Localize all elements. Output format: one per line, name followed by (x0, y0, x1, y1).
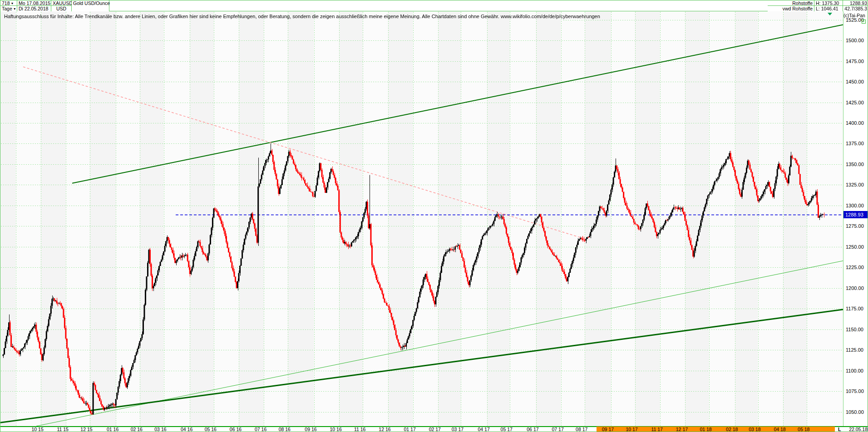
y-axis-label: 1250.00 (846, 244, 868, 250)
y-axis-label: 1175.00 (846, 306, 868, 311)
date-to-label[interactable]: Di 22.05.2018 (17, 6, 51, 11)
y-axis-label: 1150.00 (846, 327, 868, 332)
x-axis-label: 04 17 (474, 427, 490, 432)
period-low-label: L: 1046.41 (814, 6, 843, 11)
x-axis-label: 02 17 (425, 427, 441, 432)
x-axis-label: 04 18 (770, 427, 786, 432)
y-axis-label: 1475.00 (846, 59, 868, 64)
price-chart-canvas[interactable] (0, 0, 868, 432)
stats-label: 42.7/385.3 (843, 6, 868, 11)
x-axis-label: 06 16 (226, 427, 242, 432)
x-axis-label: 11 16 (350, 427, 365, 432)
instrument-title: Gold USD/Ounce (72, 0, 109, 6)
x-axis-label: 02 18 (722, 427, 738, 432)
x-axis-label: 05 16 (201, 427, 217, 432)
x-axis-label: 11 15 (53, 427, 69, 432)
header-bar (0, 0, 868, 11)
symbol-cell: XAUUSD USD (51, 0, 72, 11)
date-range-cell: Mo 17.08.2015 Di 22.05.2018 (17, 0, 51, 11)
y-axis-label: 1500.00 (846, 38, 868, 43)
quote-cell: 1288.93 42.7/385.3 (843, 0, 868, 11)
x-axis-label: 03 16 (151, 427, 167, 432)
copyright-label: (c)Tai-Pan (843, 13, 865, 18)
x-axis-label: 03 17 (448, 427, 464, 432)
x-axis-label: 10 15 (28, 427, 44, 432)
x-axis-label: 01 17 (400, 427, 416, 432)
y-axis-label: 1075.00 (846, 388, 868, 394)
x-axis-label: 09 16 (301, 427, 317, 432)
x-axis-label: 02 16 (127, 427, 143, 432)
right-axis-background (843, 11, 868, 426)
scroll-position-triangle-icon[interactable] (828, 13, 832, 15)
y-axis-label: 1100.00 (846, 368, 868, 373)
y-axis-label: 1350.00 (846, 162, 868, 167)
date-from-label[interactable]: Mo 17.08.2015 (17, 0, 51, 6)
x-axis-label: 10 17 (622, 427, 638, 432)
y-axis-label: 1225.00 (846, 265, 868, 270)
axis-last-date-label: 22.05.18 (845, 427, 868, 432)
group-cell: Rohstoffe vwd Rohstoffe (768, 0, 814, 11)
x-axis-label: 07 17 (548, 427, 564, 432)
x-axis-label: 01 18 (696, 427, 712, 432)
period-cell: 718▼ Tage▼ (0, 0, 17, 11)
symbol-label[interactable]: XAUUSD (51, 0, 71, 6)
high-low-cell: H: 1375.30 L: 1046.41 (814, 0, 843, 11)
x-axis-label: 10 16 (326, 427, 342, 432)
x-axis-label: 08 16 (275, 427, 291, 432)
x-axis-label: 12 17 (672, 427, 688, 432)
period-dropdown[interactable]: Tage▼ (0, 6, 17, 11)
disclaimer-text: Haftungsausschluss für Inhalte: Alle Tre… (4, 14, 600, 19)
axis-low-marker: L (838, 427, 841, 432)
y-axis-label: 1400.00 (846, 120, 868, 126)
x-axis-label: 04 16 (177, 427, 192, 432)
last-price-badge: 1288.93 (843, 211, 868, 218)
x-axis-label: 08 17 (572, 427, 587, 432)
x-axis-label: 09 17 (598, 427, 614, 432)
bars-count-dropdown[interactable]: 718▼ (0, 0, 17, 6)
chevron-down-icon: ▼ (13, 6, 16, 12)
last-price-label: 1288.93 (843, 0, 868, 6)
x-axis-label: 12 16 (375, 427, 391, 432)
x-axis-label: 05 18 (794, 427, 809, 432)
y-axis-label: 1300.00 (846, 203, 868, 208)
title-cell: Gold USD/Ounce (72, 0, 109, 11)
y-axis-label: 1125.00 (846, 347, 868, 353)
x-axis-label: 11 17 (647, 427, 663, 432)
y-axis-label: 1325.00 (846, 182, 868, 187)
y-axis-label: 1450.00 (846, 79, 868, 84)
marker-square-icon[interactable]: + (862, 20, 866, 24)
currency-label: USD (51, 6, 71, 11)
y-axis-label: 1275.00 (846, 223, 868, 229)
feed-label: vwd Rohstoffe (768, 6, 814, 11)
y-axis-label: 1375.00 (846, 141, 868, 146)
x-axis-label: 03 18 (745, 427, 761, 432)
x-axis-label: 06 17 (523, 427, 539, 432)
x-axis-label: 05 17 (497, 427, 513, 432)
y-axis-label: 1200.00 (846, 285, 868, 291)
y-axis-label: 1425.00 (846, 100, 868, 105)
group-label: Rohstoffe (768, 0, 814, 6)
x-axis-label: 12 15 (77, 427, 93, 432)
y-axis-label: 1050.00 (846, 409, 868, 415)
taipan-chart-window: 718▼ Tage▼ Mo 17.08.2015 Di 22.05.2018 X… (0, 0, 868, 432)
x-axis-label: 07 16 (251, 427, 266, 432)
x-axis-label: 01 16 (103, 427, 118, 432)
period-high-label: H: 1375.30 (814, 0, 843, 6)
